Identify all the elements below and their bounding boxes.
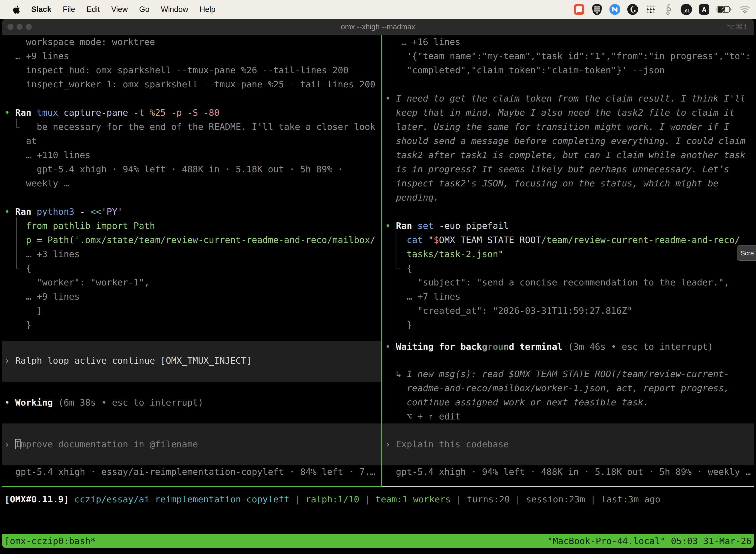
terminal-line: … +16 lines: [385, 35, 754, 49]
text-segment: team:1 workers: [376, 494, 456, 504]
text-segment: … +9 lines: [4, 291, 80, 301]
menu-item-window[interactable]: Window: [161, 5, 188, 14]
screen-share-tooltip[interactable]: Scre: [737, 245, 756, 261]
text-segment: ralph:1/10: [306, 494, 365, 504]
text-segment: (6m 38s • esc to interrupt): [58, 397, 203, 407]
terminal-line: is in progress? It seems likely but perh…: [385, 162, 754, 176]
tmux-host-clock-label: "MacBook-Pro-44.local" 05:03 31-Mar-26: [547, 534, 752, 548]
text-segment: -euo pipefail: [439, 221, 509, 231]
menu-bar: SlackFileEditViewGoWindowHelp ..61 A: [0, 0, 756, 19]
window-title: omx --xhigh --madmax: [2, 19, 754, 35]
menu-item-edit[interactable]: Edit: [86, 5, 100, 14]
chat-icon[interactable]: [573, 4, 585, 15]
text-segment: Ran: [10, 107, 37, 118]
text-segment: is in progress? It seems likely but perh…: [385, 164, 729, 174]
text-segment: rou: [487, 341, 504, 352]
window-title-bar[interactable]: omx --xhigh --madmax ⌥⌘1: [2, 19, 754, 35]
terminal-line: from pathlib import Path: [4, 219, 381, 233]
badge-61-icon[interactable]: ..61: [681, 4, 692, 15]
terminal-line: at: [4, 134, 381, 148]
dots-grid-icon[interactable]: [645, 4, 656, 15]
crescent-icon[interactable]: [627, 4, 638, 15]
terminal-window: omx --xhigh --madmax ⌥⌘1 workspace_mode:…: [2, 19, 754, 548]
terminal-line: "subject": "send a concise recommendatio…: [385, 275, 754, 289]
text-segment: OMX_TEAM_STATE_ROOT: [439, 235, 541, 245]
tmux-pane-right[interactable]: … +16 lines '{"team_name":"my-team","tas…: [382, 35, 754, 486]
text-segment: Working: [15, 397, 58, 407]
text-segment: -p -S -80: [171, 107, 219, 118]
right-prompt-input[interactable]: › Explain this codebase: [385, 437, 754, 451]
text-segment: from pathlib import Path: [4, 221, 155, 231]
input-a-icon[interactable]: A: [698, 4, 710, 15]
text-segment: ›: [4, 439, 15, 449]
omx-hud-pane: [OMX#0.11.9] cczip/essay/ai-reimplementa…: [2, 487, 754, 534]
text-segment: p: [4, 235, 37, 245]
terminal-line: inspect_worker-1: omx sparkshell --tmux-…: [4, 77, 381, 91]
battery-charging-icon[interactable]: [716, 4, 733, 15]
omx-hud-status-line: [OMX#0.11.9] cczip/essay/ai-reimplementa…: [2, 487, 754, 506]
terminal-line: • Ran tmux capture-pane -t %25 -p -S -80: [4, 106, 381, 120]
text-segment: gpt-5.4 xhigh · essay/ai-reimplementatio…: [4, 466, 376, 477]
terminal-line: inspect task2's JSON, focusing on the st…: [385, 176, 754, 190]
text-segment: =: [37, 235, 47, 245]
text-segment: ": [498, 249, 504, 259]
ralph-loop-banner: › Ralph loop active continue [OMX_TMUX_I…: [4, 353, 381, 368]
terminal-line: later. Using the same for transition mig…: [385, 120, 754, 134]
terminal-line: • Ran set -euo pipefail: [385, 219, 754, 233]
text-segment: g: [482, 341, 487, 352]
terminal-line: [385, 205, 754, 219]
apple-menu-icon[interactable]: [12, 5, 20, 14]
terminal-line: pending.: [385, 190, 754, 205]
terminal-line: [385, 77, 754, 91]
text-segment: task2 after task1 is complete, but can I…: [385, 150, 745, 160]
text-segment: |: [515, 494, 526, 504]
terminal-line: ↳ 1 new msg(s): read $OMX_TEAM_STATE_ROO…: [385, 367, 754, 381]
terminal-content: workspace_mode: worktree … +9 lines insp…: [2, 35, 754, 486]
text-segment: /team/review-current-readme-and-reco/: [541, 235, 740, 245]
tmux-session-label[interactable]: [omx-cczip0:bash*: [4, 534, 96, 548]
text-segment: workspace_mode: worktree: [4, 37, 155, 47]
text-segment: [OMX#0.11.9]: [4, 494, 74, 504]
text-segment: gpt-5.4 xhigh · 94% left · 488K in · 5.1…: [4, 164, 343, 174]
text-segment: <<: [90, 207, 101, 217]
right-model-status-line: gpt-5.4 xhigh · 94% left · 488K in · 5.1…: [385, 465, 754, 479]
left-prompt-input[interactable]: › Improve documentation in @filename: [4, 437, 381, 451]
text-segment: |: [295, 494, 305, 504]
text-segment: … +7 lines: [385, 291, 460, 301]
shield-grid-icon[interactable]: [591, 4, 603, 15]
text-segment: •: [385, 93, 396, 104]
text-segment: "completed","claim_token":"claim-token"}…: [385, 65, 665, 75]
text-segment: Ralph loop active continue [OMX_TMUX_INJ…: [15, 355, 252, 366]
terminal-line: should send a message before completing …: [385, 134, 754, 148]
menu-item-file[interactable]: File: [63, 5, 75, 14]
text-segment: later. Using the same for transition mig…: [385, 122, 729, 132]
menu-item-view[interactable]: View: [111, 5, 128, 14]
text-segment: •: [4, 397, 15, 407]
left-model-status-line: gpt-5.4 xhigh · essay/ai-reimplementatio…: [4, 465, 381, 479]
text-segment: … +3 lines: [4, 249, 80, 259]
text-segment: -: [80, 207, 90, 217]
text-segment: (3m 46s • esc to interrupt): [568, 341, 713, 352]
menu-item-go[interactable]: Go: [139, 5, 149, 14]
menu-items: SlackFileEditViewGoWindowHelp: [31, 5, 215, 14]
text-segment: {: [4, 263, 31, 273]
terminal-line: '{"team_name":"my-team","task_id":"1","f…: [385, 49, 754, 63]
terminal-line: be necessary for the end of the README. …: [4, 120, 381, 134]
terminal-line: "created_at": "2026-03-31T11:59:27.816Z": [385, 303, 754, 318]
text-segment: set: [418, 221, 439, 231]
blue-bolt-icon[interactable]: [609, 4, 621, 15]
terminal-line: gpt-5.4 xhigh · 94% left · 488K in · 5.1…: [4, 162, 381, 176]
text-segment: {: [385, 263, 412, 273]
terminal-line: tasks/task-2.json": [385, 247, 754, 261]
text-segment: inspect task2's JSON, focusing on the st…: [385, 178, 718, 188]
tmux-pane-left[interactable]: workspace_mode: worktree … +9 lines insp…: [2, 35, 381, 486]
squiggle-icon[interactable]: [663, 4, 674, 15]
menu-item-help[interactable]: Help: [200, 5, 215, 14]
text-segment: }: [4, 320, 31, 330]
menu-item-slack[interactable]: Slack: [31, 5, 51, 14]
text-segment: … +16 lines: [385, 37, 460, 47]
text-segment: Waiting for back: [396, 341, 482, 352]
text-segment: mprove documentation in @filename: [20, 439, 198, 449]
terminal-line: … +9 lines: [4, 289, 381, 303]
wifi-icon[interactable]: [739, 4, 751, 15]
